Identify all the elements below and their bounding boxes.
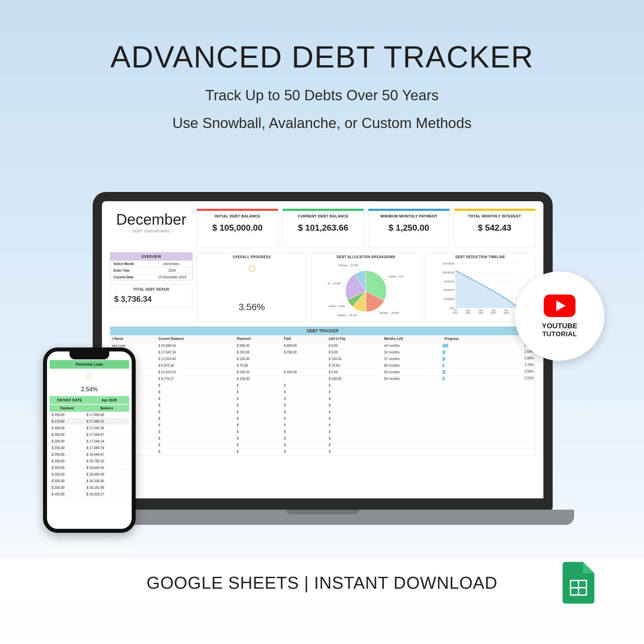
phone-table-row[interactable]: $ 250.00 $ 17,096.74 <box>50 445 129 451</box>
kpi-card: INITIAL DEBT BALANCE $ 105,000.00 <box>197 208 278 248</box>
phone-title: Personal Loan <box>50 360 129 369</box>
phone-table-row[interactable]: $ 250.00 $ 17,855.00 <box>50 412 129 418</box>
phone-table-row[interactable]: $ 250.00 $ 16,181.88 <box>50 484 129 491</box>
laptop-mockup: December ~ DEBT DASHBOARD ~ INITIAL DEBT… <box>93 192 553 525</box>
phone-cell-payment: $ 250.00 <box>50 445 85 451</box>
overall-progress-card: OVERALL PROGRESS 3.56% <box>197 252 307 322</box>
phone-cell-payment: $ 250.00 <box>50 432 85 438</box>
month-heading: December ~ DEBT DASHBOARD ~ <box>110 208 193 248</box>
phone-progress: 2.54% <box>50 373 129 393</box>
phone-screen: Personal Loan 2.54% PAYOFF DATE Apr 2029… <box>47 351 132 529</box>
phone-cell-payment: $ 250.00 <box>50 484 85 491</box>
phone-cell-balance: $ 16,026.27 <box>85 491 129 498</box>
table-row[interactable]: it Card 3 $ 9,779.27 $ 100.00 $ 100.00 6… <box>110 376 535 382</box>
phone-table-row[interactable]: $ 250.00 $ 17,244.14 <box>50 438 129 445</box>
overall-progress-value: 3.56% <box>200 302 303 312</box>
phone-table-row[interactable]: $ 250.00 $ 17,394.67 <box>50 432 129 438</box>
phone-mockup: Personal Loan 2.54% PAYOFF DATE Apr 2029… <box>43 347 136 533</box>
table-row-empty[interactable]: $$$$ <box>110 395 535 402</box>
overview-title: OVERVIEW <box>110 253 192 260</box>
youtube-line2: TUTORIAL <box>542 330 577 338</box>
youtube-tutorial-badge[interactable]: YOUTUBE TUTORIAL <box>515 271 604 361</box>
phone-table-row[interactable]: $ 250.00 $ 16,795.33 <box>50 458 129 465</box>
svg-text:Credit… 9.7%: Credit… 9.7% <box>389 275 404 278</box>
cell-progress: 5.75% <box>442 343 535 349</box>
cell-progress: 2.89% <box>442 356 535 362</box>
kpi-row: December ~ DEBT DASHBOARD ~ INITIAL DEBT… <box>110 208 535 248</box>
overview-row-value[interactable]: 2024 <box>152 267 192 274</box>
cell-left: $ 150.00 <box>327 356 382 362</box>
cell-progress: 2.54% <box>442 349 535 356</box>
table-row-empty[interactable]: $$$$ <box>110 429 535 435</box>
overview-row-value[interactable]: 15 December 2024 <box>152 274 192 280</box>
kpi-card: TOTAL MONTHLY INTEREST $ 542.43 <box>454 208 535 248</box>
phone-table-row[interactable]: $ 250.00 $ 17,542.34 <box>50 425 129 432</box>
cell-payment: $ 70.00 <box>235 362 282 369</box>
table-header: Months Left <box>382 335 442 343</box>
phone-table-row[interactable]: $ 250.00 $ 16,026.27 <box>50 491 129 498</box>
cell-paid <box>282 356 327 362</box>
svg-line-7 <box>346 304 349 306</box>
table-row-empty[interactable]: $$$$ <box>110 448 535 455</box>
phone-cell-payment: $ 250.00 <box>50 491 85 498</box>
cell-balance: $ 22,425.03 <box>157 369 235 376</box>
svg-text:Person… 17.3%: Person… 17.3% <box>339 264 358 267</box>
phone-cell-payment: $ 250.00 <box>50 438 85 445</box>
hero: ADVANCED DEBT TRACKER Track Up to 50 Deb… <box>0 0 644 131</box>
table-row[interactable]: ent Loan $ 22,425.03 $ 280.00 $ 280.00 $… <box>110 369 535 376</box>
phone-cell-balance: $ 16,795.33 <box>85 458 129 465</box>
table-row-empty[interactable]: $$$$ <box>110 402 535 409</box>
svg-text:2027: 2027 <box>491 312 496 314</box>
table-row-empty[interactable]: $$$$ <box>110 422 535 429</box>
cell-left: $ 0.00 <box>327 349 382 356</box>
total-repaid-value: $ 3,736.34 <box>114 295 188 304</box>
allocation-card: DEBT ALLOCATION BREAKDOWN Credit… 9.7%Bu… <box>311 252 421 322</box>
table-row[interactable]: ess Loan $ 32,986.64 $ 900.00 $ 900.00 $… <box>110 343 535 349</box>
table-header: Current Balance <box>157 335 235 343</box>
cell-months: 60 months <box>382 362 442 369</box>
table-row[interactable]: al Loan $ 17,542.34 $ 250.00 $ 250.00 $ … <box>110 349 535 356</box>
cell-months: 57 months <box>382 356 442 362</box>
cell-balance: $ 32,986.64 <box>157 343 235 349</box>
table-row-empty[interactable]: $$$$ <box>110 435 535 442</box>
debt-tracker-table: t NameCurrent BalancePaymentPaidLeft to … <box>110 335 535 455</box>
kpi-label: INITIAL DEBT BALANCE <box>197 214 278 218</box>
table-row-empty[interactable]: $$$$ <box>110 415 535 422</box>
table-header: Left to Pay <box>327 335 382 343</box>
cell-months: 66 months <box>382 369 442 376</box>
table-header: Payment <box>235 335 282 343</box>
table-row[interactable]: it Card 1 $ 6,876.99 $ 70.00 $ 70.00 60 … <box>110 362 535 369</box>
phone-payment-table: PaymentBalance $ 250.00 $ 17,855.00$ 270… <box>50 405 129 498</box>
table-row-empty[interactable]: $$$$ <box>110 382 535 389</box>
phone-cell-balance: $ 16,946.47 <box>85 451 129 458</box>
phone-table-row[interactable]: $ 250.00 $ 16,336.58 <box>50 478 129 484</box>
svg-text:2025: 2025 <box>466 312 471 314</box>
phone-table-row[interactable]: $ 250.00 $ 16,490.39 <box>50 471 129 478</box>
cell-months: 69 months <box>382 376 442 382</box>
phone-table-row[interactable]: $ 250.00 $ 16,946.47 <box>50 451 129 458</box>
phone-table-row[interactable]: $ 270.00 $ 17,689.15 <box>50 418 129 425</box>
table-header: t Name <box>110 335 157 343</box>
cell-balance: $ 6,876.99 <box>157 362 235 369</box>
kpi-value: $ 1,250.00 <box>368 223 449 233</box>
svg-line-1 <box>384 279 387 280</box>
timeline-line-chart: 125,000.00100,000.0075,000.0050,000.0025… <box>439 261 522 317</box>
svg-text:Sep: Sep <box>466 309 470 312</box>
table-row[interactable]: t Card 2 $ 11,653.40 $ 150.00 $ 150.00 5… <box>110 356 535 362</box>
allocation-pie-chart: Credit… 9.7%Busine… 32.6%Studen… 22.1%Cr… <box>328 261 404 317</box>
table-row-empty[interactable]: $$$$ <box>110 409 535 415</box>
cell-balance: $ 17,542.34 <box>157 349 235 356</box>
svg-line-9 <box>343 285 346 286</box>
cell-left: $ 100.00 <box>327 376 382 382</box>
cell-paid <box>282 362 327 369</box>
table-row-empty[interactable]: $$$$ <box>110 442 535 448</box>
phone-table-header: Balance <box>85 405 129 412</box>
total-repaid-label: TOTAL DEBT REPAID <box>114 288 188 291</box>
phone-cell-balance: $ 17,542.34 <box>85 425 129 432</box>
phone-table-row[interactable]: $ 250.00 $ 16,643.30 <box>50 465 129 471</box>
table-row-empty[interactable]: $$$$ <box>110 389 535 395</box>
cell-progress: 1.76% <box>442 362 535 369</box>
svg-text:2026: 2026 <box>478 312 483 314</box>
svg-text:Credit… 6.8%: Credit… 6.8% <box>328 305 345 308</box>
overview-row-value[interactable]: December ▾ <box>152 260 192 267</box>
